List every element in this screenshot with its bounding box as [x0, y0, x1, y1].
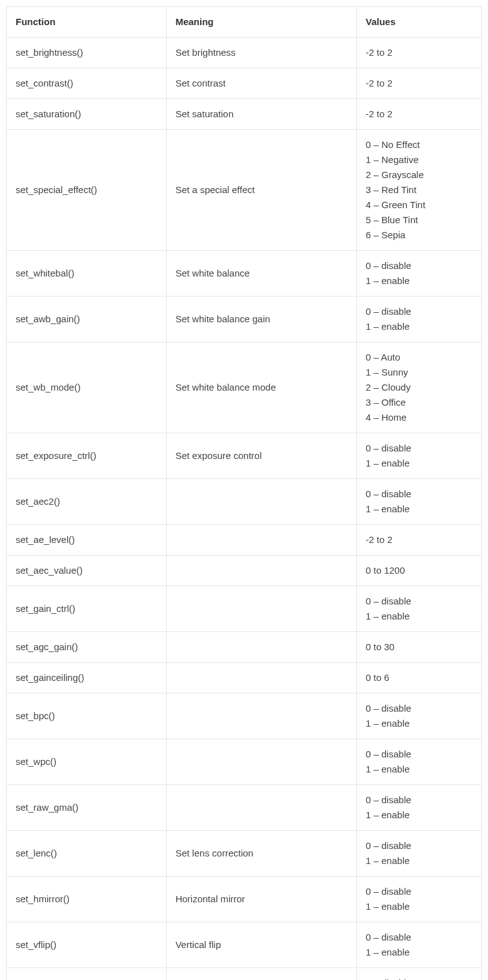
table-row: set_vflip()Vertical flip0 – disable 1 – …	[7, 922, 482, 968]
meaning-cell: Vertical flip	[166, 922, 356, 968]
meaning-cell: Set saturation	[166, 99, 356, 130]
meaning-cell	[166, 479, 356, 525]
meaning-cell	[166, 739, 356, 785]
meaning-cell: Set brightness	[166, 38, 356, 68]
function-cell: set_exposure_ctrl()	[7, 433, 167, 479]
table-row: set_dcw()0 – disable 1 – enable	[7, 968, 482, 981]
function-cell: set_bpc()	[7, 693, 167, 739]
values-cell: 0 – disable 1 – enable	[357, 831, 482, 877]
table-row: set_saturation()Set saturation-2 to 2	[7, 99, 482, 130]
function-cell: set_aec_value()	[7, 556, 167, 586]
values-cell: 0 to 6	[357, 663, 482, 693]
meaning-cell: Set white balance gain	[166, 297, 356, 342]
table-row: set_wpc()0 – disable 1 – enable	[7, 739, 482, 785]
function-cell: set_brightness()	[7, 38, 167, 68]
table-row: set_agc_gain()0 to 30	[7, 632, 482, 663]
values-cell: 0 – disable 1 – enable	[357, 479, 482, 525]
function-cell: set_gain_ctrl()	[7, 586, 167, 632]
function-cell: set_special_effect()	[7, 130, 167, 251]
table-row: set_exposure_ctrl()Set exposure control0…	[7, 433, 482, 479]
function-cell: set_wpc()	[7, 739, 167, 785]
meaning-cell: Set contrast	[166, 68, 356, 99]
meaning-cell	[166, 632, 356, 663]
values-cell: 0 to 30	[357, 632, 482, 663]
function-cell: set_vflip()	[7, 922, 167, 968]
values-cell: 0 – disable 1 – enable	[357, 968, 482, 981]
table-row: set_gainceiling()0 to 6	[7, 663, 482, 693]
values-cell: 0 – disable 1 – enable	[357, 433, 482, 479]
meaning-cell: Set white balance mode	[166, 342, 356, 433]
function-cell: set_saturation()	[7, 99, 167, 130]
values-cell: 0 – Auto 1 – Sunny 2 – Cloudy 3 – Office…	[357, 342, 482, 433]
table-row: set_hmirror()Horizontal mirror0 – disabl…	[7, 877, 482, 922]
meaning-cell: Set exposure control	[166, 433, 356, 479]
meaning-cell	[166, 693, 356, 739]
values-cell: 0 to 1200	[357, 556, 482, 586]
function-cell: set_whitebal()	[7, 251, 167, 297]
table-row: set_aec_value()0 to 1200	[7, 556, 482, 586]
values-cell: -2 to 2	[357, 525, 482, 556]
table-header-row: Function Meaning Values	[7, 7, 482, 38]
table-row: set_lenc()Set lens correction0 – disable…	[7, 831, 482, 877]
table-row: set_brightness()Set brightness-2 to 2	[7, 38, 482, 68]
values-cell: 0 – disable 1 – enable	[357, 586, 482, 632]
values-cell: 0 – disable 1 – enable	[357, 922, 482, 968]
meaning-cell	[166, 525, 356, 556]
values-cell: 0 – disable 1 – enable	[357, 297, 482, 342]
function-cell: set_gainceiling()	[7, 663, 167, 693]
values-cell: -2 to 2	[357, 38, 482, 68]
table-row: set_bpc()0 – disable 1 – enable	[7, 693, 482, 739]
meaning-cell	[166, 556, 356, 586]
meaning-cell	[166, 586, 356, 632]
values-cell: 0 – No Effect 1 – Negative 2 – Grayscale…	[357, 130, 482, 251]
table-row: set_wb_mode()Set white balance mode0 – A…	[7, 342, 482, 433]
function-cell: set_awb_gain()	[7, 297, 167, 342]
table-row: set_raw_gma()0 – disable 1 – enable	[7, 785, 482, 831]
values-cell: 0 – disable 1 – enable	[357, 251, 482, 297]
table-row: set_whitebal()Set white balance0 – disab…	[7, 251, 482, 297]
table-row: set_awb_gain()Set white balance gain0 – …	[7, 297, 482, 342]
meaning-cell: Set lens correction	[166, 831, 356, 877]
meaning-cell	[166, 968, 356, 981]
functions-table: Function Meaning Values set_brightness()…	[6, 6, 482, 980]
table-row: set_ae_level()-2 to 2	[7, 525, 482, 556]
function-cell: set_ae_level()	[7, 525, 167, 556]
function-cell: set_wb_mode()	[7, 342, 167, 433]
meaning-cell: Horizontal mirror	[166, 877, 356, 922]
meaning-cell	[166, 785, 356, 831]
function-cell: set_agc_gain()	[7, 632, 167, 663]
meaning-cell: Set white balance	[166, 251, 356, 297]
function-cell: set_raw_gma()	[7, 785, 167, 831]
values-cell: 0 – disable 1 – enable	[357, 739, 482, 785]
header-meaning: Meaning	[166, 7, 356, 38]
function-cell: set_hmirror()	[7, 877, 167, 922]
values-cell: 0 – disable 1 – enable	[357, 877, 482, 922]
header-values: Values	[357, 7, 482, 38]
function-cell: set_dcw()	[7, 968, 167, 981]
values-cell: -2 to 2	[357, 99, 482, 130]
values-cell: -2 to 2	[357, 68, 482, 99]
table-row: set_special_effect()Set a special effect…	[7, 130, 482, 251]
table-row: set_aec2()0 – disable 1 – enable	[7, 479, 482, 525]
function-cell: set_aec2()	[7, 479, 167, 525]
meaning-cell	[166, 663, 356, 693]
function-cell: set_contrast()	[7, 68, 167, 99]
table-row: set_gain_ctrl()0 – disable 1 – enable	[7, 586, 482, 632]
values-cell: 0 – disable 1 – enable	[357, 693, 482, 739]
values-cell: 0 – disable 1 – enable	[357, 785, 482, 831]
header-function: Function	[7, 7, 167, 38]
table-row: set_contrast()Set contrast-2 to 2	[7, 68, 482, 99]
function-cell: set_lenc()	[7, 831, 167, 877]
meaning-cell: Set a special effect	[166, 130, 356, 251]
